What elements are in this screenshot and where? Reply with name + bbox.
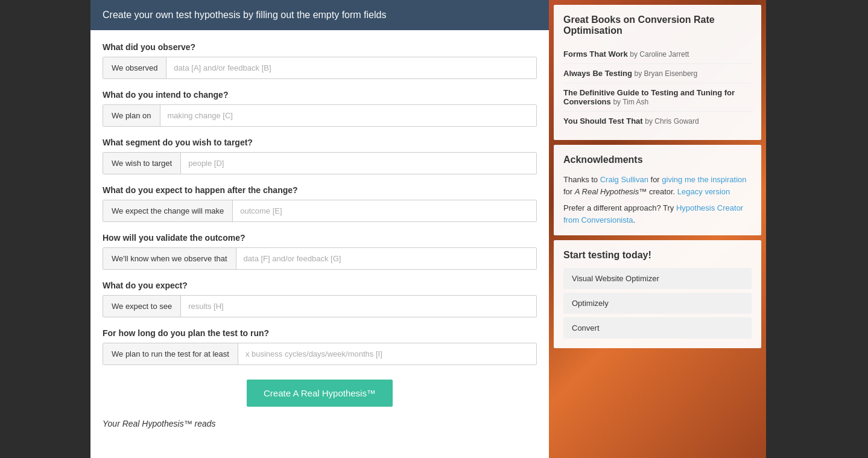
label-segment: What segment do you wish to target? — [103, 138, 537, 147]
book-title-1: Always Be Testing — [563, 69, 632, 78]
input-segment[interactable] — [181, 153, 536, 174]
prefix-expect-see: We expect to see — [103, 296, 181, 317]
book-author-2: by Tim Ash — [613, 98, 648, 106]
acknowledgments-title: Acknowledments — [563, 154, 752, 165]
book-item-0: Forms That Work by Caroline Jarrett — [563, 45, 752, 64]
tool-optimizely[interactable]: Optimizely — [563, 293, 752, 314]
book-item-2: The Definitive Guide to Testing and Tuni… — [563, 83, 752, 112]
hypothesis-label: Your Real Hypothesis™ reads — [103, 419, 537, 428]
book-title-3: You Should Test That — [563, 116, 643, 126]
create-hypothesis-button[interactable]: Create A Real Hypothesis™ — [247, 380, 393, 407]
section-validate: How will you validate the outcome? We'll… — [103, 233, 537, 270]
label-duration: For how long do you plan the test to run… — [103, 328, 537, 338]
book-author-0: by Caroline Jarrett — [630, 50, 689, 59]
label-change: What do you intend to change? — [103, 90, 537, 100]
acknowledgments-text: Thanks to Craig Sullivan for giving me t… — [563, 174, 752, 197]
prefix-duration: We plan to run the test for at least — [103, 343, 238, 364]
acknowledgments-text-2: Prefer a different approach? Try Hypothe… — [563, 202, 752, 226]
start-testing-title: Start testing today! — [563, 250, 752, 261]
input-row-change: We plan on — [103, 104, 537, 127]
book-title-2: The Definitive Guide to Testing and Tuni… — [563, 88, 735, 106]
label-observe: What did you observe? — [103, 42, 537, 52]
form-header: Create your own test hypothesis by filli… — [90, 0, 549, 30]
tool-convert[interactable]: Convert — [563, 317, 752, 339]
section-duration: For how long do you plan the test to run… — [103, 328, 537, 365]
left-sidebar — [0, 0, 90, 458]
right-sidebar: Great Books on Conversion Rate Optimisat… — [549, 0, 766, 458]
input-expect-see[interactable] — [181, 296, 536, 317]
input-row-expect-see: We expect to see — [103, 295, 537, 317]
prefix-validate: We'll know when we observe that — [103, 248, 236, 269]
input-row-expect-change: We expect the change will make — [103, 200, 537, 222]
input-duration[interactable] — [238, 343, 536, 364]
section-change: What do you intend to change? We plan on — [103, 90, 537, 127]
prefix-segment: We wish to target — [103, 153, 181, 174]
label-validate: How will you validate the outcome? — [103, 233, 537, 243]
book-author-1: by Bryan Eisenberg — [635, 69, 698, 78]
book-title-0: Forms That Work — [563, 49, 628, 59]
label-expect-see: What do you expect? — [103, 281, 537, 290]
prefix-observe: We observed — [103, 57, 166, 78]
conversionista-link[interactable]: Hypothesis Creator from Conversionista — [563, 203, 743, 224]
input-row-duration: We plan to run the test for at least — [103, 343, 537, 365]
inspiration-link[interactable]: giving me the inspiration — [662, 175, 746, 184]
books-card: Great Books on Conversion Rate Optimisat… — [554, 5, 761, 140]
section-expect-see: What do you expect? We expect to see — [103, 281, 537, 317]
form-header-title: Create your own test hypothesis by filli… — [103, 10, 386, 20]
input-row-segment: We wish to target — [103, 152, 537, 174]
main-form-area: Create your own test hypothesis by filli… — [90, 0, 549, 458]
input-expect-change[interactable] — [233, 200, 536, 221]
books-title: Great Books on Conversion Rate Optimisat… — [563, 14, 752, 36]
input-change[interactable] — [160, 105, 536, 126]
section-expect-change: What do you expect to happen after the c… — [103, 185, 537, 222]
tool-vwo[interactable]: Visual Website Optimizer — [563, 268, 752, 289]
form-body: What did you observe? We observed What d… — [90, 30, 549, 441]
label-expect-change: What do you expect to happen after the c… — [103, 185, 537, 195]
acknowledgments-card: Acknowledments Thanks to Craig Sullivan … — [554, 145, 761, 235]
start-testing-card: Start testing today! Visual Website Opti… — [554, 240, 761, 348]
prefix-expect-change: We expect the change will make — [103, 200, 233, 221]
book-author-3: by Chris Goward — [645, 117, 699, 126]
book-item-1: Always Be Testing by Bryan Eisenberg — [563, 64, 752, 83]
input-row-observe: We observed — [103, 57, 537, 79]
section-segment: What segment do you wish to target? We w… — [103, 138, 537, 174]
book-item-3: You Should Test That by Chris Goward — [563, 112, 752, 130]
prefix-change: We plan on — [103, 105, 160, 126]
input-observe[interactable] — [166, 57, 536, 78]
legacy-link[interactable]: Legacy version — [677, 187, 730, 196]
craig-sullivan-link[interactable]: Craig Sullivan — [600, 175, 648, 184]
section-observe: What did you observe? We observed — [103, 42, 537, 79]
input-validate[interactable] — [236, 248, 536, 269]
input-row-validate: We'll know when we observe that — [103, 247, 537, 270]
